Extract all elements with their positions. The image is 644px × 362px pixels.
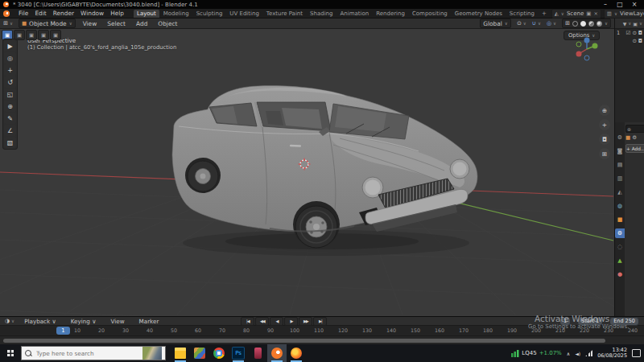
workspace-tab[interactable]: UV Editing (226, 10, 262, 18)
tool-button[interactable]: ▶ (4, 40, 16, 51)
taskbar-app[interactable] (171, 344, 190, 362)
properties-tab[interactable]: ◙ (615, 146, 625, 156)
navigation-gizmo[interactable] (573, 35, 601, 63)
hidden-icons-chevron[interactable]: ∧ (567, 351, 570, 356)
properties-tab[interactable]: ▥ (615, 174, 625, 183)
tool-button[interactable]: ▧ (4, 137, 16, 148)
outliner-row-object[interactable]: ⊙ ◘ (615, 37, 644, 45)
view-layer-selector[interactable]: ▥ ∨ ViewLayer ▣ × (604, 9, 644, 19)
workspace-tab[interactable]: + (539, 10, 550, 18)
viewport-menu-item[interactable]: Add (134, 20, 149, 27)
viewport-menu-item[interactable]: Select (105, 20, 127, 27)
properties-tab[interactable]: ▲ (615, 256, 625, 265)
camera-visibility-icon[interactable]: ◘ (638, 38, 642, 44)
delete-scene-icon[interactable]: × (593, 10, 597, 17)
pivot-point-dropdown[interactable]: ⊙ ∨ (517, 20, 526, 27)
taskbar-app[interactable] (287, 344, 306, 362)
eye-icon[interactable]: ⊙ (632, 30, 636, 36)
menu-item[interactable]: Help (107, 10, 127, 17)
menu-item[interactable]: File (15, 10, 31, 17)
workspace-tab[interactable]: Texture Paint (263, 10, 306, 18)
taskbar-app[interactable] (248, 344, 267, 362)
workspace-tab[interactable]: Animation (336, 10, 372, 18)
menu-item[interactable]: Window (77, 10, 107, 17)
outliner-display-mode-icon[interactable]: ▣ (633, 21, 638, 27)
workspace-tab[interactable]: Geometry Nodes (452, 10, 506, 18)
timeline-menu-item[interactable]: Marker (136, 318, 163, 325)
timeline-menu-item[interactable]: View (107, 318, 127, 325)
viewport-nav-button[interactable]: ⊞ (599, 148, 610, 159)
start-button[interactable] (0, 344, 21, 362)
transport-button[interactable]: ◀ (270, 317, 283, 326)
frame-end-field[interactable]: End 250 (609, 317, 639, 326)
shading-wireframe-icon[interactable] (572, 21, 578, 27)
viewport-nav-button[interactable]: + (599, 119, 610, 130)
timeline-ruler[interactable]: 1020304050607080901001101201301401501601… (0, 326, 644, 336)
taskbar-app[interactable] (209, 344, 229, 362)
eye-icon[interactable]: ⊙ (632, 38, 636, 44)
timeline-playhead[interactable]: 1 (56, 327, 70, 335)
add-modifier-button[interactable]: + Add... (625, 144, 644, 153)
viewport-nav-button[interactable]: ⊕ (599, 105, 610, 116)
current-frame-field[interactable]: 1 (559, 317, 571, 326)
taskbar-clock[interactable]: 13:42 06/08/2025 (597, 348, 627, 360)
timeline-editor-type-dropdown[interactable]: ◑ ∨ (5, 318, 14, 324)
select-mode-subtract-icon[interactable]: ▣ (26, 30, 37, 40)
properties-tab[interactable]: ◭ (615, 187, 625, 197)
viewport-nav-button[interactable]: ◘ (599, 134, 610, 145)
properties-tab[interactable]: ⚙ (615, 228, 625, 238)
transport-button[interactable]: |◀ (241, 317, 254, 326)
snap-toggle[interactable]: ∪ ∨ (532, 20, 541, 27)
tool-button[interactable]: ∠ (4, 125, 16, 136)
tool-button[interactable]: ✎ (4, 113, 16, 124)
viewport-menu-item[interactable]: View (81, 20, 99, 27)
workspace-tab[interactable]: Shading (307, 10, 336, 18)
maximize-button[interactable]: □ (613, 0, 626, 9)
mode-dropdown[interactable]: ■ Object Mode ∨ (19, 19, 76, 28)
filter-icon[interactable]: ▼ (623, 21, 627, 27)
blender-menu-icon[interactable] (3, 10, 10, 17)
close-button[interactable]: × (628, 0, 641, 9)
tool-button[interactable]: ◱ (4, 88, 16, 100)
network-icon[interactable] (585, 350, 592, 356)
car-model-ford-anglia[interactable] (161, 76, 483, 265)
transport-button[interactable]: ▶| (313, 317, 327, 326)
taskbar-search-box[interactable] (21, 346, 166, 360)
tool-button[interactable]: ↺ (4, 76, 16, 88)
viewport-menu-item[interactable]: Object (156, 20, 179, 27)
viewport-canvas[interactable]: User Perspective (1) Collection | atcc_6… (0, 29, 614, 316)
overlays-dropdown[interactable]: ◎ ∨ (547, 20, 556, 27)
shading-rendered-icon[interactable] (597, 21, 602, 27)
properties-tab[interactable]: ◌ (615, 242, 625, 252)
tool-button[interactable]: ⊕ (4, 101, 16, 112)
search-input[interactable] (35, 349, 133, 358)
timeline-scrollbar[interactable] (3, 339, 605, 343)
taskbar-app[interactable] (267, 344, 287, 362)
object-breadcrumb-icon[interactable]: ■ (625, 134, 630, 141)
properties-tab[interactable]: ■ (615, 215, 625, 224)
properties-tab[interactable]: ◍ (615, 201, 625, 211)
select-mode-intersect-icon[interactable]: ▣ (50, 30, 61, 40)
editor-type-dropdown[interactable]: ⊞ ∨ (3, 20, 13, 27)
menu-item[interactable]: Render (50, 10, 77, 17)
workspace-tab[interactable]: Layout (134, 10, 159, 18)
tool-button[interactable]: ◎ (4, 52, 16, 64)
properties-search-field[interactable]: ⊕ (625, 125, 644, 133)
transport-button[interactable]: ▶ (284, 317, 298, 326)
taskbar-app[interactable] (190, 344, 209, 362)
transport-button[interactable]: ◀◀ (255, 317, 269, 326)
checkbox-icon[interactable]: ☑ (626, 30, 631, 36)
transport-button[interactable]: ▶▶ (299, 317, 312, 326)
workspace-tab[interactable]: Modeling (160, 10, 192, 18)
workspace-tab[interactable]: Compositing (409, 10, 451, 18)
properties-tab[interactable]: ⚙ (615, 133, 625, 142)
shading-solid-icon[interactable] (580, 21, 586, 27)
scene-selector[interactable]: ◭ ∨ Scene ▣ × (551, 9, 601, 19)
action-center-icon[interactable] (632, 349, 641, 357)
orientation-dropdown[interactable]: Global ∨ (480, 19, 511, 28)
workspace-tab[interactable]: Sculpting (193, 10, 226, 18)
menu-item[interactable]: Edit (31, 10, 49, 17)
workspace-tab[interactable]: Rendering (373, 10, 408, 18)
stock-ticker-widget[interactable]: LQ45 +1.07% (511, 350, 561, 357)
select-mode-invert-icon[interactable]: ▣ (38, 30, 49, 40)
